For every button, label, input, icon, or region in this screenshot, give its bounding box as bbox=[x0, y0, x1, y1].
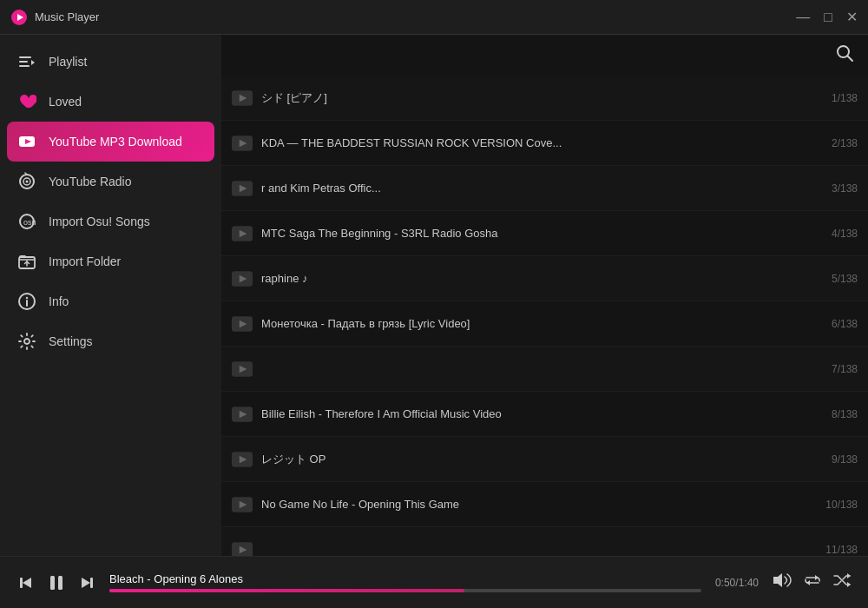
sidebar-label-playlist: Playlist bbox=[49, 55, 87, 69]
sidebar-item-import-folder[interactable]: Import Folder bbox=[0, 241, 221, 281]
youtube-track-icon bbox=[232, 268, 253, 289]
player-controls bbox=[17, 572, 95, 594]
track-right: 5/138 bbox=[823, 273, 858, 285]
svg-rect-73 bbox=[50, 576, 55, 590]
track-right: 1/138 bbox=[823, 92, 858, 104]
track-row[interactable]: KDA — THE BADDEST RUSSIAN ROCK VERSION C… bbox=[221, 121, 868, 166]
youtube-track-icon bbox=[232, 133, 253, 154]
sidebar-label-youtube-radio: YouTube Radio bbox=[49, 175, 131, 188]
next-button[interactable] bbox=[78, 574, 95, 591]
svg-marker-79 bbox=[806, 580, 810, 585]
osu-icon: osu bbox=[17, 212, 36, 231]
youtube-track-icon bbox=[232, 223, 253, 244]
track-row[interactable]: レジット OP 9/138 bbox=[221, 437, 868, 482]
sidebar-item-settings[interactable]: Settings bbox=[0, 321, 221, 361]
youtube-track-icon bbox=[232, 404, 253, 425]
track-row[interactable]: シド [ピアノ] 1/138 bbox=[221, 76, 868, 121]
track-right: 9/138 bbox=[823, 453, 858, 466]
svg-marker-78 bbox=[815, 575, 819, 580]
sidebar-item-loved[interactable]: Loved bbox=[0, 82, 221, 122]
svg-marker-77 bbox=[773, 573, 782, 587]
svg-marker-81 bbox=[847, 582, 851, 587]
track-row[interactable]: 7/138 bbox=[221, 347, 868, 392]
minimize-button[interactable]: — bbox=[796, 10, 810, 24]
youtube-track-icon bbox=[232, 314, 253, 334]
close-button[interactable]: ✕ bbox=[846, 10, 858, 24]
track-number: 11/138 bbox=[823, 544, 858, 556]
svg-rect-2 bbox=[19, 56, 31, 58]
track-row[interactable]: raphine ♪ 5/138 bbox=[221, 256, 868, 301]
track-number: 1/138 bbox=[823, 92, 858, 104]
sidebar-label-settings: Settings bbox=[49, 334, 93, 348]
svg-rect-76 bbox=[90, 578, 93, 588]
track-right: 2/138 bbox=[823, 137, 858, 149]
track-title: MTC Saga The Beginning - S3RL Radio Gosh… bbox=[261, 227, 823, 240]
content-area: シド [ピアノ] 1/138 KDA — THE BADDEST RUSSIAN… bbox=[221, 35, 868, 573]
track-left: No Game No Life - Opening This Game bbox=[232, 494, 823, 515]
track-row[interactable]: Монеточка - Падать в грязь [Lyric Video]… bbox=[221, 301, 868, 347]
sidebar-item-youtube-mp3[interactable]: YouTube MP3 Download bbox=[7, 122, 214, 162]
youtube-track-icon bbox=[232, 178, 253, 199]
volume-button[interactable] bbox=[773, 572, 792, 592]
search-button[interactable] bbox=[835, 43, 854, 67]
sidebar-label-loved: Loved bbox=[49, 95, 82, 109]
sidebar-label-info: Info bbox=[49, 294, 69, 308]
app-title: Music Player bbox=[35, 10, 99, 23]
player-time: 0:50/1:40 bbox=[715, 577, 759, 589]
track-number: 3/138 bbox=[823, 182, 858, 195]
track-number: 9/138 bbox=[823, 453, 858, 466]
sidebar: Playlist Loved YouTube MP3 Download bbox=[0, 35, 221, 573]
track-title: KDA — THE BADDEST RUSSIAN ROCK VERSION C… bbox=[261, 136, 823, 149]
sidebar-item-youtube-radio[interactable]: YouTube Radio bbox=[0, 162, 221, 202]
track-row[interactable]: r and Kim Petras Offic... 3/138 bbox=[221, 166, 868, 211]
sidebar-item-playlist[interactable]: Playlist bbox=[0, 42, 221, 82]
svg-point-21 bbox=[24, 339, 30, 344]
track-right: 10/138 bbox=[823, 499, 858, 511]
track-left bbox=[232, 359, 823, 380]
svg-rect-4 bbox=[19, 65, 30, 67]
svg-rect-72 bbox=[20, 578, 23, 588]
app-icon bbox=[10, 9, 28, 26]
track-number: 6/138 bbox=[823, 318, 858, 330]
track-row[interactable]: MTC Saga The Beginning - S3RL Radio Gosh… bbox=[221, 211, 868, 256]
sidebar-item-info[interactable]: Info bbox=[0, 281, 221, 321]
sidebar-item-import-osu[interactable]: osu Import Osu! Songs bbox=[0, 202, 221, 241]
svg-line-23 bbox=[848, 56, 853, 62]
sidebar-label-youtube-mp3: YouTube MP3 Download bbox=[49, 135, 182, 149]
heart-icon bbox=[17, 92, 36, 111]
youtube-track-icon bbox=[232, 494, 253, 515]
pause-button[interactable] bbox=[45, 572, 68, 594]
track-list: シド [ピアノ] 1/138 KDA — THE BADDEST RUSSIAN… bbox=[221, 76, 868, 573]
track-title: シド [ピアノ] bbox=[261, 90, 823, 106]
shuffle-button[interactable] bbox=[833, 572, 851, 592]
track-left: Billie Eilish - Therefore I Am Official … bbox=[232, 404, 823, 425]
svg-marker-71 bbox=[23, 578, 31, 588]
track-row[interactable]: No Game No Life - Opening This Game 10/1… bbox=[221, 482, 868, 527]
track-right: 11/138 bbox=[823, 544, 858, 556]
player-progress-container[interactable] bbox=[109, 589, 701, 592]
player-track-name: Bleach - Opening 6 Alones bbox=[109, 572, 701, 585]
info-icon bbox=[17, 292, 36, 311]
track-left: MTC Saga The Beginning - S3RL Radio Gosh… bbox=[232, 223, 823, 244]
track-title: No Game No Life - Opening This Game bbox=[261, 498, 823, 511]
track-right: 6/138 bbox=[823, 318, 858, 330]
svg-text:osu: osu bbox=[23, 218, 36, 227]
track-left: r and Kim Petras Offic... bbox=[232, 178, 823, 199]
track-number: 5/138 bbox=[823, 273, 858, 285]
radio-icon bbox=[17, 172, 36, 191]
maximize-button[interactable]: □ bbox=[824, 10, 832, 24]
track-title: r and Kim Petras Offic... bbox=[261, 182, 823, 195]
track-number: 10/138 bbox=[823, 499, 858, 511]
svg-point-10 bbox=[26, 181, 29, 183]
repeat-button[interactable] bbox=[804, 572, 821, 592]
track-row[interactable]: Billie Eilish - Therefore I Am Official … bbox=[221, 392, 868, 437]
prev-button[interactable] bbox=[17, 574, 35, 591]
track-number: 8/138 bbox=[823, 408, 858, 420]
content-header bbox=[221, 35, 868, 76]
main-layout: Playlist Loved YouTube MP3 Download bbox=[0, 35, 868, 573]
title-bar-left: Music Player bbox=[10, 9, 99, 26]
youtube-track-icon bbox=[232, 359, 253, 380]
svg-marker-75 bbox=[82, 578, 90, 588]
track-title: raphine ♪ bbox=[261, 272, 823, 285]
import-folder-icon bbox=[17, 252, 36, 271]
